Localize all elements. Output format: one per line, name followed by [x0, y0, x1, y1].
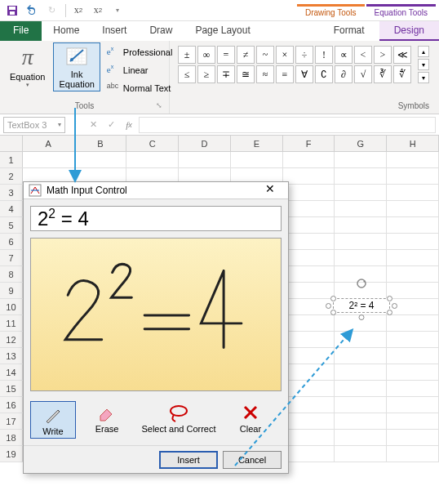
- tab-home[interactable]: Home: [42, 21, 91, 41]
- tab-page-layout[interactable]: Page Layout: [184, 21, 261, 41]
- clear-tool[interactable]: Clear: [228, 401, 273, 439]
- cancel-formula-icon[interactable]: ✕: [85, 117, 101, 133]
- row-header[interactable]: 5: [0, 217, 23, 233]
- row-header[interactable]: 8: [0, 266, 23, 282]
- row-header[interactable]: 18: [0, 430, 23, 445]
- symbol-cell[interactable]: ≪: [393, 46, 411, 64]
- row-header[interactable]: 17: [0, 413, 23, 429]
- symbol-cell[interactable]: !: [315, 46, 333, 64]
- symbol-cell[interactable]: ∝: [335, 46, 353, 64]
- col-header[interactable]: E: [231, 136, 283, 151]
- svg-point-4: [70, 58, 73, 61]
- tab-format[interactable]: Format: [319, 21, 379, 41]
- name-box[interactable]: TextBox 3 ▾: [3, 117, 65, 133]
- professional-button[interactable]: ex Professional: [104, 44, 176, 60]
- formula-input[interactable]: [139, 117, 436, 133]
- symbol-cell[interactable]: ≠: [237, 46, 255, 64]
- symbols-scroll-up-icon[interactable]: ▴: [418, 46, 429, 57]
- linear-icon: ex: [107, 64, 120, 77]
- row-header[interactable]: 12: [0, 332, 23, 347]
- symbol-cell[interactable]: ×: [276, 46, 294, 64]
- row-header[interactable]: 11: [0, 315, 23, 331]
- redo-icon[interactable]: ↻: [42, 2, 60, 20]
- row-header[interactable]: 13: [0, 348, 23, 364]
- symbol-cell[interactable]: ≈: [256, 65, 274, 83]
- ink-equation-button[interactable]: Ink Equation: [53, 42, 100, 91]
- row-header[interactable]: 14: [0, 364, 23, 380]
- name-box-dropdown-icon[interactable]: ▾: [58, 121, 61, 128]
- tools-launcher-icon[interactable]: ⤡: [154, 101, 164, 111]
- normal-text-button[interactable]: abc Normal Text: [104, 80, 176, 96]
- row-header[interactable]: 1: [0, 152, 23, 167]
- row-header[interactable]: 7: [0, 250, 23, 265]
- col-header[interactable]: H: [387, 136, 439, 151]
- col-header[interactable]: C: [126, 136, 179, 151]
- erase-tool[interactable]: Erase: [84, 401, 130, 439]
- symbol-cell[interactable]: ≥: [197, 65, 215, 83]
- cancel-button[interactable]: Cancel: [223, 451, 282, 469]
- lasso-icon: [167, 401, 190, 424]
- insert-function-icon[interactable]: fx: [121, 117, 137, 133]
- symbol-cell[interactable]: <: [354, 46, 372, 64]
- symbol-cell[interactable]: >: [374, 46, 392, 64]
- symbol-cell[interactable]: ≅: [237, 65, 255, 83]
- row-header[interactable]: 19: [0, 446, 23, 462]
- row-header[interactable]: 15: [0, 381, 23, 396]
- row-header[interactable]: 10: [0, 299, 23, 314]
- symbol-cell[interactable]: ∁: [315, 65, 333, 83]
- col-header[interactable]: F: [283, 136, 335, 151]
- subscript-icon[interactable]: x2: [69, 2, 87, 20]
- undo-icon[interactable]: [23, 2, 41, 20]
- tab-design[interactable]: Design: [379, 21, 439, 41]
- symbol-cell[interactable]: ∀: [295, 65, 313, 83]
- linear-button[interactable]: ex Linear: [104, 62, 176, 78]
- symbol-cell[interactable]: ±: [178, 46, 196, 64]
- tab-file[interactable]: File: [0, 21, 42, 41]
- select-correct-tool[interactable]: Select and Correct: [138, 401, 220, 439]
- equation-textbox[interactable]: 2² = 4: [333, 298, 390, 313]
- ink-canvas[interactable]: [30, 238, 282, 391]
- title-bar: ↻ x2 x2 ▾ Drawing Tools Equation Tools: [0, 0, 439, 21]
- superscript-icon[interactable]: x2: [89, 2, 107, 20]
- symbols-grid: ± ∞ = ≠ ~ × ÷ ! ∝ < > ≪ ≤ ≥ ∓ ≅ ≈ ≡ ∀ ∁: [175, 42, 415, 87]
- symbols-expand-icon[interactable]: ▾: [418, 72, 429, 83]
- dialog-titlebar[interactable]: Math Input Control ✕: [24, 182, 288, 199]
- symbol-cell[interactable]: ÷: [295, 46, 313, 64]
- insert-button[interactable]: Insert: [159, 451, 218, 469]
- math-input-icon: [29, 184, 42, 197]
- equation-button[interactable]: π Equation ▾: [5, 42, 50, 90]
- symbol-cell[interactable]: ≡: [276, 65, 294, 83]
- symbol-cell[interactable]: ~: [256, 46, 274, 64]
- symbol-cell[interactable]: ∞: [197, 46, 215, 64]
- rotate-handle-icon[interactable]: [356, 278, 367, 289]
- equation-preview: 22 = 4: [30, 206, 282, 231]
- row-header[interactable]: 9: [0, 283, 23, 298]
- symbols-scroll-down-icon[interactable]: ▾: [418, 59, 429, 70]
- tab-insert[interactable]: Insert: [91, 21, 138, 41]
- row-header[interactable]: 4: [0, 201, 23, 216]
- col-header[interactable]: G: [335, 136, 387, 151]
- symbol-cell[interactable]: ∂: [335, 65, 353, 83]
- col-header[interactable]: A: [23, 136, 75, 151]
- symbol-cell[interactable]: ∜: [393, 65, 411, 83]
- enter-formula-icon[interactable]: ✓: [103, 117, 119, 133]
- tab-draw[interactable]: Draw: [138, 21, 184, 41]
- symbol-cell[interactable]: √: [354, 65, 372, 83]
- write-tool[interactable]: Write: [30, 401, 76, 439]
- row-header[interactable]: 16: [0, 397, 23, 413]
- symbol-cell[interactable]: =: [217, 46, 235, 64]
- equation-text: 2² = 4: [348, 300, 374, 311]
- row-header[interactable]: 2: [0, 168, 23, 184]
- save-icon[interactable]: [3, 2, 21, 20]
- select-all-corner[interactable]: [0, 136, 23, 151]
- col-header[interactable]: B: [75, 136, 127, 151]
- col-header[interactable]: D: [179, 136, 231, 151]
- symbol-cell[interactable]: ∛: [374, 65, 392, 83]
- symbol-cell[interactable]: ≤: [178, 65, 196, 83]
- close-icon[interactable]: ✕: [257, 182, 283, 198]
- symbol-cell[interactable]: ∓: [217, 65, 235, 83]
- row-header[interactable]: 6: [0, 234, 23, 249]
- qat-customize-icon[interactable]: ▾: [109, 2, 126, 20]
- name-box-value: TextBox 3: [7, 120, 47, 130]
- row-header[interactable]: 3: [0, 185, 23, 200]
